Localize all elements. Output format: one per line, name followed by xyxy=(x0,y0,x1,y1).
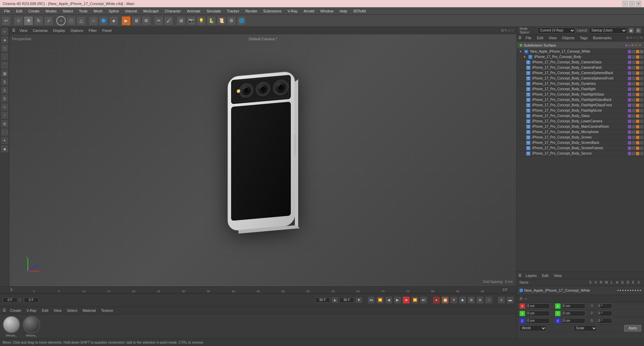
python-btn[interactable]: 🐍 xyxy=(207,16,216,25)
minimize-button[interactable]: ─ xyxy=(623,1,628,6)
obj-menu-file[interactable]: File xyxy=(524,35,533,41)
mat-menu-edit[interactable]: Edit xyxy=(41,308,50,313)
next-frame-btn[interactable]: ⏩ xyxy=(411,296,419,304)
play-btn[interactable]: ▶ xyxy=(394,296,401,304)
key-sel-btn[interactable]: ◆ xyxy=(459,296,466,304)
go-end-btn[interactable]: ⏭ xyxy=(420,296,427,304)
menu-render[interactable]: Render xyxy=(243,8,260,14)
material-swatch-1[interactable] xyxy=(3,316,20,333)
viewport[interactable]: ☰ View Cameras Display Options Filter Pa… xyxy=(9,27,517,286)
render-btn[interactable]: ▶ xyxy=(121,16,131,25)
layers-menu-view[interactable]: View xyxy=(552,273,563,278)
menu-arnold[interactable]: Arnold xyxy=(301,8,317,14)
layout-icons[interactable]: ▦ xyxy=(628,27,634,34)
menu-window[interactable]: Window xyxy=(318,8,336,14)
mat-menu-vray[interactable]: V-Ray xyxy=(25,308,38,313)
tool-select[interactable]: ⊹ xyxy=(1,27,9,36)
motion-btn[interactable]: ⊛ xyxy=(476,296,484,304)
x-pos-input[interactable] xyxy=(526,303,550,309)
menu-help[interactable]: Help xyxy=(337,8,350,14)
tool4[interactable]: ⬡ xyxy=(89,16,98,25)
obj-menu-bookmarks[interactable]: Bookmarks xyxy=(592,35,613,41)
auto-key-btn[interactable]: ⬤ xyxy=(441,296,449,304)
menu-edit[interactable]: Edit xyxy=(13,8,25,14)
y-pos-input[interactable] xyxy=(526,311,550,316)
obj-screen[interactable]: ▽ iPhone_17_Pro_Concept_Body_Screen xyxy=(517,135,644,140)
obj-sencor[interactable]: ▽ iPhone_17_Pro_Concept_Body_Sencor xyxy=(517,151,644,156)
world-btn[interactable]: 🌐 xyxy=(237,16,246,25)
menu-extensions[interactable]: Extensions xyxy=(261,8,284,14)
obj-microphone[interactable]: ▽ iPhone_17_Pro_Concept_Body_Microphone xyxy=(517,129,644,135)
menu-create[interactable]: Create xyxy=(26,8,42,14)
tool-curve[interactable]: ∿ xyxy=(1,103,9,111)
tool-diamond[interactable]: ◆ xyxy=(1,145,9,153)
render-view[interactable]: 🖥 xyxy=(131,16,141,25)
viewport-menu-filter[interactable]: Filter xyxy=(87,28,98,33)
tool-edge[interactable]: ⬡ xyxy=(1,44,9,52)
record-btn[interactable]: ● xyxy=(433,296,440,304)
mat-menu-material[interactable]: Material xyxy=(81,308,97,313)
obj-lowercamera[interactable]: ▽ iPhone_17_Pro_Concept_Body_LowerCamera xyxy=(517,119,644,124)
tool-s3[interactable]: $ xyxy=(1,95,9,103)
timeline-btn[interactable]: ▬ xyxy=(506,296,514,304)
menu-mograph[interactable]: MoGraph xyxy=(141,8,161,14)
viewport-menu-display[interactable]: Display xyxy=(52,28,66,33)
menu-tracker[interactable]: Tracker xyxy=(224,8,242,14)
obj-menu-view[interactable]: View xyxy=(547,35,558,41)
mat-menu-view[interactable]: View xyxy=(52,308,63,313)
move-tool[interactable]: ✥ xyxy=(24,16,33,25)
tool6[interactable]: ◈ xyxy=(109,16,118,25)
render-settings[interactable]: ⚙ xyxy=(142,16,151,25)
scale-mode-select[interactable]: Scale xyxy=(574,325,597,331)
prev-frame-btn[interactable]: ⏪ xyxy=(376,296,384,304)
menu-character[interactable]: Character xyxy=(162,8,183,14)
menu-file[interactable]: File xyxy=(1,8,13,14)
menu-animate[interactable]: Animate xyxy=(184,8,203,14)
tool-point[interactable]: · xyxy=(1,53,9,61)
square-tool[interactable]: □ xyxy=(66,16,76,25)
obj-camerapanel[interactable]: ▽ iPhone_17_Pro_Concept_Body_CameraPanel xyxy=(517,65,644,70)
tool-slash[interactable]: / xyxy=(1,111,9,119)
menu-modes[interactable]: Modes xyxy=(43,8,59,14)
tool5[interactable]: 🔷 xyxy=(99,16,108,25)
tool-grid2[interactable]: ⊞ xyxy=(1,120,9,128)
obj-flashglassback[interactable]: ▽ iPhone_17_Pro_Concept_Body_FlashlightG… xyxy=(517,97,644,103)
tool8[interactable]: 🖊 xyxy=(164,16,173,25)
obj-menu-tags[interactable]: Tags xyxy=(579,35,589,41)
obj-cameraglass[interactable]: ▽ iPhone_17_Pro_Concept_Body_CameraGlass xyxy=(517,60,644,65)
layout-expand[interactable]: ⊞ xyxy=(636,27,641,34)
viewport-menu-panel[interactable]: Panel xyxy=(101,28,113,33)
apply-button[interactable]: Apply xyxy=(624,325,641,332)
scale-tool[interactable]: ⤢ xyxy=(44,16,53,25)
undo-button[interactable]: ↩ xyxy=(1,16,11,25)
obj-screenframes[interactable]: ▽ iPhone_17_Pro_Concept_Body_ScreenFrame… xyxy=(517,146,644,151)
mat-menu-texture[interactable]: Texture xyxy=(100,308,114,313)
layer-row-main[interactable]: New_Apple_iPhone_17_Concept_White ● ● ● … xyxy=(520,287,641,294)
obj-body[interactable]: ▼ ▽ iPhone_17_Pro_Concept_Body xyxy=(517,54,644,60)
maximize-button[interactable]: □ xyxy=(629,1,635,6)
layers-menu-edit[interactable]: Edit xyxy=(541,273,550,278)
viewport-menu-view[interactable]: View xyxy=(18,28,29,33)
menu-mesh[interactable]: Mesh xyxy=(91,8,105,14)
layout-select[interactable]: Startup (User) xyxy=(589,27,627,34)
viewport-canvas[interactable]: Default Camera.* Perspective xyxy=(9,34,517,286)
material-swatch-2[interactable] xyxy=(23,316,40,333)
obj-cameraback[interactable]: ▽ iPhone_17_Pro_Concept_Body_CameraSpher… xyxy=(517,70,644,76)
menu-3dtoall[interactable]: 3DToAll xyxy=(351,8,369,14)
current-frame-input[interactable] xyxy=(24,297,39,303)
node-space-select[interactable]: Current (V-Ray) xyxy=(538,27,576,34)
obj-screenback[interactable]: ▽ iPhone_17_Pro_Concept_Body_ScreenBack xyxy=(517,140,644,146)
tool-s2[interactable]: § xyxy=(1,86,9,94)
obj-menu-objects[interactable]: Objects xyxy=(560,35,576,41)
obj-glass[interactable]: ▽ iPhone_17_Pro_Concept_Body_Glass xyxy=(517,113,644,119)
mat-menu-select[interactable]: Select xyxy=(66,308,79,313)
menu-select[interactable]: Select xyxy=(60,8,76,14)
z-pos-input[interactable] xyxy=(526,318,550,324)
menu-spline[interactable]: Spline xyxy=(106,8,122,14)
mat-menu-create[interactable]: Create xyxy=(9,308,22,313)
menu-volume[interactable]: Volume xyxy=(122,8,140,14)
h-input[interactable] xyxy=(597,303,612,309)
tool-bend[interactable]: ⌒ xyxy=(1,61,9,69)
settings-btn[interactable]: ⚙ xyxy=(227,16,236,25)
end-frame-input-2[interactable] xyxy=(339,297,354,303)
